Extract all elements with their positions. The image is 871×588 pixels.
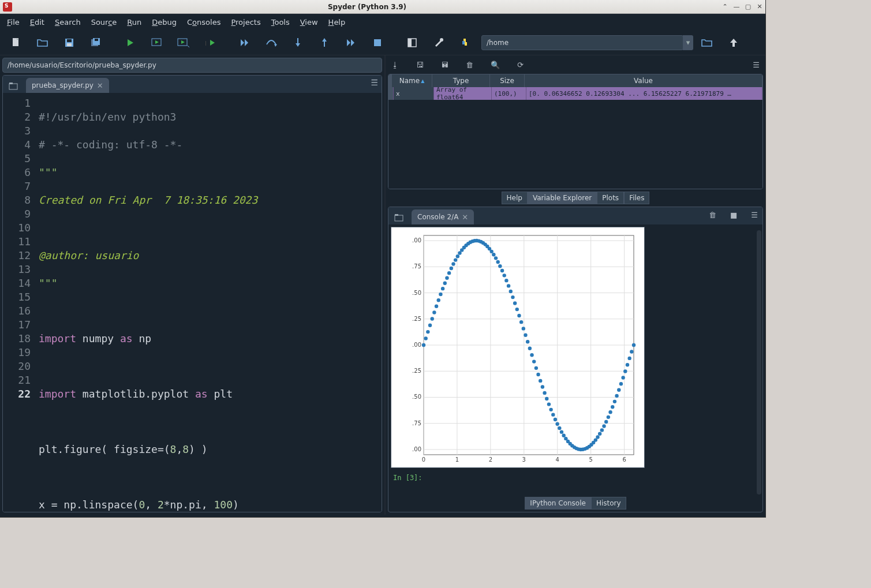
menu-help[interactable]: Help <box>324 16 350 29</box>
tab-files[interactable]: Files <box>624 192 649 204</box>
save-all-button[interactable] <box>83 32 109 53</box>
menu-projects[interactable]: Projects <box>226 16 265 29</box>
svg-marker-21 <box>322 38 327 42</box>
import-data-icon[interactable]: ⭳ <box>391 61 399 69</box>
svg-point-118 <box>532 359 536 363</box>
delete-console-icon[interactable]: 🗑 <box>709 211 716 219</box>
tab-help[interactable]: Help <box>502 192 528 204</box>
save-button[interactable] <box>57 32 82 53</box>
console-scrollbar[interactable] <box>757 230 761 495</box>
editor-pane: /home/usuario/Escritorio/prueba_spyder.p… <box>0 55 386 515</box>
menu-source[interactable]: Source <box>87 16 122 29</box>
svg-rect-29 <box>9 84 17 89</box>
tab-variable-explorer[interactable]: Variable Explorer <box>528 192 597 204</box>
preferences-button[interactable] <box>426 32 451 53</box>
console-output[interactable]: 0123456-1.00-0.75-0.50-0.250.000.250.500… <box>388 224 762 495</box>
cwd-dropdown[interactable]: ▾ <box>683 35 693 50</box>
run-button[interactable] <box>118 32 143 53</box>
browse-cwd-button[interactable] <box>694 32 720 53</box>
max-pane-button[interactable] <box>399 32 425 53</box>
step-over-button[interactable] <box>259 32 284 53</box>
svg-point-162 <box>626 363 629 366</box>
col-size[interactable]: Size <box>490 74 525 87</box>
console-options-icon[interactable]: ☰ <box>751 211 758 219</box>
debug-button[interactable] <box>232 32 257 53</box>
save-data-as-icon[interactable]: 🖬 <box>441 61 448 69</box>
browse-consoles-icon[interactable] <box>392 211 406 224</box>
python-path-button[interactable] <box>453 32 478 53</box>
col-name[interactable]: Name▲ <box>392 74 432 87</box>
svg-point-104 <box>503 274 506 277</box>
console-prompt[interactable]: In [3]: <box>388 470 762 485</box>
browse-tabs-icon[interactable] <box>6 79 20 93</box>
variable-row-x[interactable]: x Array of float64 (100,) [0. 0.06346652… <box>388 87 762 100</box>
menu-run[interactable]: Run <box>122 16 146 29</box>
svg-point-69 <box>428 324 432 327</box>
svg-point-102 <box>498 264 502 268</box>
cwd-input[interactable]: /home <box>481 35 683 50</box>
menu-edit[interactable]: Edit <box>25 16 49 29</box>
close-tab-icon[interactable]: ✕ <box>97 81 103 90</box>
code-area[interactable]: #!/usr/bin/env python3 # -*- coding: utf… <box>36 93 382 512</box>
menu-tools[interactable]: Tools <box>267 16 294 29</box>
continue-button[interactable] <box>338 32 364 53</box>
run-selection-button[interactable]: I <box>197 32 223 53</box>
code-editor[interactable]: 12345678910111213141516171819202122 #!/u… <box>3 93 382 512</box>
varexp-toolbar: ⭳ 🖫 🖬 🗑 🔍 ⟳ ☰ <box>386 55 765 74</box>
refresh-var-icon[interactable]: ⟳ <box>517 61 524 69</box>
svg-rect-32 <box>395 214 398 216</box>
console-tab[interactable]: Console 2/A ✕ <box>412 209 474 224</box>
svg-point-98 <box>489 250 493 253</box>
svg-point-117 <box>530 353 533 357</box>
svg-point-156 <box>613 400 616 403</box>
svg-marker-10 <box>155 40 159 44</box>
menu-file[interactable]: File <box>2 16 24 29</box>
delete-var-icon[interactable]: 🗑 <box>466 61 473 69</box>
run-cell-button[interactable] <box>144 32 170 53</box>
inline-plot: 0123456-1.00-0.75-0.50-0.250.000.250.500… <box>391 227 645 468</box>
svg-point-70 <box>431 317 434 320</box>
file-path-breadcrumb: /home/usuario/Escritorio/prueba_spyder.p… <box>2 58 382 73</box>
svg-point-115 <box>526 340 529 343</box>
parent-dir-button[interactable] <box>721 32 746 53</box>
new-file-button[interactable] <box>3 32 29 53</box>
svg-point-114 <box>524 334 527 337</box>
step-into-button[interactable] <box>285 32 311 53</box>
run-cell-advance-button[interactable] <box>171 32 196 53</box>
svg-marker-12 <box>181 40 185 44</box>
menu-search[interactable]: Search <box>50 16 85 29</box>
stop-console-icon[interactable]: ■ <box>730 211 737 219</box>
menu-view[interactable]: View <box>296 16 323 29</box>
open-file-button[interactable] <box>30 32 55 53</box>
step-out-button[interactable] <box>312 32 337 53</box>
sine-scatter-svg: 0123456-1.00-0.75-0.50-0.250.000.250.500… <box>412 233 640 463</box>
tab-ipython-console[interactable]: IPython Console <box>525 497 591 510</box>
editor-tab[interactable]: prueba_spyder.py ✕ <box>26 78 109 93</box>
svg-point-126 <box>549 408 552 411</box>
tab-plots[interactable]: Plots <box>597 192 624 204</box>
svg-rect-30 <box>9 83 13 84</box>
svg-point-82 <box>456 254 459 258</box>
close-console-icon[interactable]: ✕ <box>462 213 468 222</box>
svg-text:3: 3 <box>522 456 526 463</box>
col-value[interactable]: Value <box>525 74 762 87</box>
svg-point-151 <box>602 424 605 428</box>
svg-point-77 <box>445 276 448 279</box>
tab-history[interactable]: History <box>591 497 626 510</box>
maximize-button[interactable]: ▢ <box>742 3 754 10</box>
stop-debug-button[interactable] <box>365 32 390 53</box>
svg-point-66 <box>422 343 425 347</box>
menu-debug[interactable]: Debug <box>147 16 181 29</box>
rollup-button[interactable]: ⌃ <box>719 3 731 10</box>
close-button[interactable]: ✕ <box>754 3 765 10</box>
varexp-options-icon[interactable]: ☰ <box>753 61 760 69</box>
col-type[interactable]: Type <box>432 74 490 87</box>
svg-point-111 <box>517 314 521 317</box>
svg-point-110 <box>515 308 519 311</box>
search-var-icon[interactable]: 🔍 <box>491 61 500 69</box>
minimize-button[interactable]: — <box>731 3 742 10</box>
save-data-icon[interactable]: 🖫 <box>416 61 424 69</box>
svg-point-76 <box>443 282 447 285</box>
menu-consoles[interactable]: Consoles <box>182 16 225 29</box>
editor-options-icon[interactable]: ☰ <box>371 78 378 87</box>
